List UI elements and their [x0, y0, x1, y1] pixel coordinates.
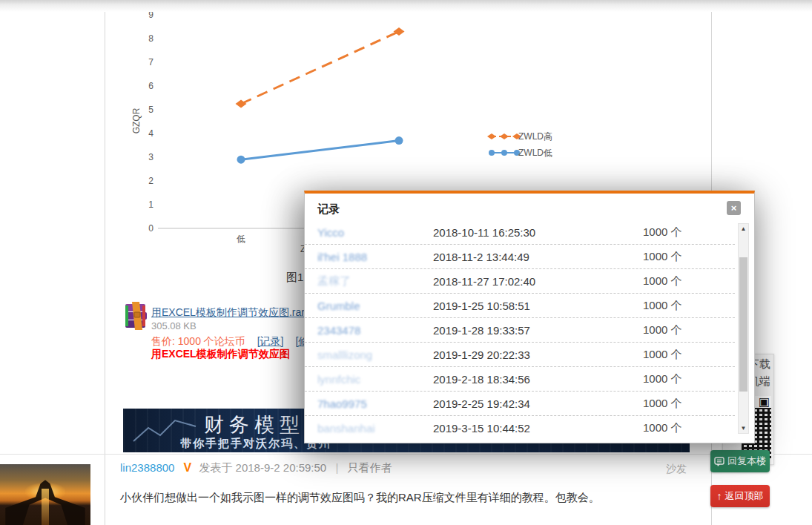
record-username-link[interactable]: lynnfchic — [305, 373, 433, 386]
svg-text:3: 3 — [148, 152, 154, 162]
record-row: 23434782019-1-28 19:33:571000 个 — [305, 318, 735, 343]
svg-text:图1: 图1 — [286, 271, 303, 283]
record-username-link[interactable]: banshanhai — [305, 422, 433, 435]
record-row: smalllizong2019-1-29 20:22:331000 个 — [305, 343, 735, 367]
back-to-top-button[interactable]: ↑ 返回顶部 — [710, 485, 770, 507]
post-author-link[interactable]: lin2388800 — [120, 461, 174, 474]
record-row: lynnfchic2019-2-18 18:34:561000 个 — [305, 367, 735, 392]
scroll-down-arrow-icon[interactable]: ▼ — [739, 423, 748, 433]
record-timestamp: 2019-3-15 10:44:52 — [433, 422, 643, 435]
modal-title: 记录 — [317, 202, 340, 217]
svg-text:6: 6 — [148, 81, 154, 91]
svg-text:4: 4 — [148, 128, 154, 139]
post-content: 小伙伴们想做出一个如我示图一样的调节效应图吗？我的RAR压缩文件里有详细的教程。… — [120, 489, 699, 506]
modal-close-button[interactable]: × — [727, 201, 741, 215]
record-row: il'hei 18882018-11-2 13:44:491000 个 — [305, 245, 735, 269]
rar-archive-icon — [123, 302, 150, 333]
record-username-link[interactable]: il'hei 1888 — [305, 251, 433, 263]
floor-label: 沙发 — [666, 463, 687, 476]
record-timestamp: 2019-2-25 19:42:34 — [433, 397, 643, 410]
record-amount: 1000 个 — [643, 348, 735, 362]
speech-bubble-icon — [714, 457, 724, 466]
attachment-file-size: 305.08 KB — [151, 320, 197, 331]
record-timestamp: 2018-11-2 13:44:49 — [433, 251, 643, 263]
record-row: Yicco2018-10-11 16:25:301000 个 — [305, 220, 735, 245]
record-timestamp: 2019-1-25 10:58:51 — [433, 300, 643, 312]
record-username-link[interactable]: Yicco — [305, 226, 433, 239]
scrollbar-thumb[interactable] — [739, 257, 747, 391]
record-timestamp: 2019-1-29 20:22:33 — [433, 349, 643, 361]
svg-text:2: 2 — [148, 176, 154, 186]
record-timestamp: 2019-1-28 19:33:57 — [433, 324, 643, 337]
record-amount: 1000 个 — [643, 274, 735, 288]
svg-text:5: 5 — [148, 105, 154, 115]
page-top-shadow — [0, 0, 812, 12]
scroll-up-arrow-icon[interactable]: ▲ — [739, 224, 748, 234]
reply-this-floor-button[interactable]: 回复本楼 — [710, 450, 770, 472]
record-timestamp: 2019-2-18 18:34:56 — [433, 373, 643, 386]
svg-text:1: 1 — [148, 199, 154, 210]
record-username-link[interactable]: 7hao9975 — [305, 397, 433, 410]
records-list: Yicco2018-10-11 16:25:301000 个il'hei 188… — [305, 220, 735, 437]
header-divider: | — [335, 461, 338, 474]
attachment-file-link[interactable]: 用EXCEL模板制作调节效应图.rar — [151, 306, 305, 318]
svg-text:低: 低 — [237, 234, 245, 244]
vip-badge-icon[interactable]: V — [184, 461, 192, 474]
reply-button-label: 回复本楼 — [727, 455, 766, 468]
record-timestamp: 2018-11-27 17:02:40 — [433, 275, 643, 288]
record-amount: 1000 个 — [643, 323, 735, 337]
attachment-description: 用EXCEL模板制作调节效应图 — [151, 348, 290, 361]
record-row: 孟稼了2018-11-27 17:02:401000 个 — [305, 269, 735, 294]
record-row: 7hao99752019-2-25 19:42:341000 个 — [305, 392, 735, 416]
modal-scrollbar[interactable]: ▲ ▼ — [738, 223, 749, 434]
up-arrow-icon: ↑ — [717, 491, 722, 501]
svg-text:GZQR: GZQR — [131, 108, 142, 133]
svg-text:0: 0 — [148, 223, 154, 234]
record-username-link[interactable]: 2343478 — [305, 324, 433, 337]
post-timestamp: 发表于 2018-9-2 20:59:50 — [199, 461, 326, 474]
records-modal: 记录 × Yicco2018-10-11 16:25:301000 个il'he… — [304, 191, 755, 443]
back-to-top-label: 返回顶部 — [725, 489, 764, 503]
record-amount: 1000 个 — [643, 299, 735, 313]
record-row: banshanhai2019-3-15 10:44:521000 个 — [305, 416, 735, 437]
attachment-price: 售价: 1000 个论坛币 — [151, 335, 245, 347]
svg-text:ZWLD高: ZWLD高 — [518, 131, 552, 142]
record-amount: 1000 个 — [643, 372, 735, 386]
svg-text:ZWLD低: ZWLD低 — [518, 148, 552, 158]
svg-text:7: 7 — [148, 57, 154, 67]
record-link[interactable]: [记录] — [257, 335, 284, 347]
record-amount: 1000 个 — [643, 225, 735, 240]
record-amount: 1000 个 — [643, 421, 735, 435]
record-username-link[interactable]: 孟稼了 — [305, 274, 433, 288]
post-separator — [0, 454, 812, 455]
record-username-link[interactable]: Grumble — [305, 300, 433, 312]
svg-text:8: 8 — [148, 33, 154, 44]
record-row: Grumble2019-1-25 10:58:511000 个 — [305, 294, 735, 318]
record-timestamp: 2018-10-11 16:25:30 — [433, 226, 643, 239]
record-amount: 1000 个 — [643, 397, 735, 411]
record-username-link[interactable]: smalllizong — [305, 349, 433, 361]
view-author-only-link[interactable]: 只看作者 — [347, 461, 392, 474]
post-header: lin2388800 V 发表于 2018-9-2 20:59:50 | 只看作… — [120, 461, 392, 475]
author-avatar[interactable] — [0, 464, 90, 525]
record-amount: 1000 个 — [643, 250, 735, 264]
